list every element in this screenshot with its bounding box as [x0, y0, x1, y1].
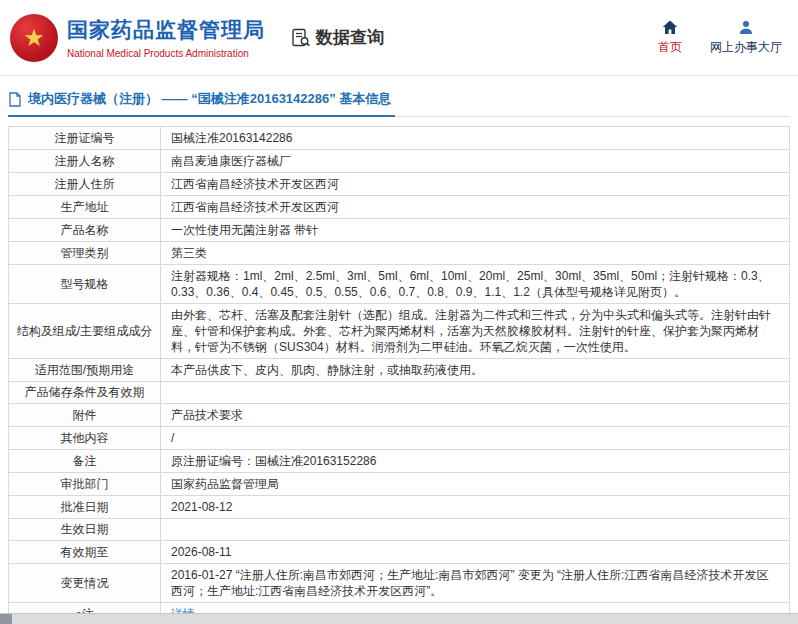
document-icon: [8, 92, 22, 107]
table-row: 注册人住所 江西省南昌经济技术开发区西河: [9, 173, 790, 196]
row-value: 国家药品监督管理局: [161, 473, 790, 496]
row-label: 注册人住所: [9, 173, 161, 196]
table-row: 管理类别 第三类: [9, 242, 790, 265]
row-value: 2026-08-11: [161, 541, 790, 564]
table-row: 有效期至 2026-08-11: [9, 541, 790, 564]
row-label: 适用范围/预期用途: [9, 359, 161, 382]
row-label: 产品名称: [9, 219, 161, 242]
data-query-title: 数据查询: [291, 26, 384, 49]
row-value: 本产品供皮下、皮内、肌肉、静脉注射，或抽取药液使用。: [161, 359, 790, 382]
row-value: 注射器规格：1ml、2ml、2.5ml、3ml、5ml、6ml、10ml、20m…: [161, 265, 790, 304]
table-row: 型号规格 注射器规格：1ml、2ml、2.5ml、3ml、5ml、6ml、10m…: [9, 265, 790, 304]
row-label: 生效日期: [9, 519, 161, 541]
row-label: 注册人名称: [9, 150, 161, 173]
table-row: 批准日期 2021-08-12: [9, 496, 790, 519]
org-name-cn: 国家药品监督管理局: [67, 16, 265, 44]
row-label: 型号规格: [9, 265, 161, 304]
table-row: 注册人名称 南昌麦迪康医疗器械厂: [9, 150, 790, 173]
horizontal-scrollbar[interactable]: [0, 613, 798, 624]
row-value: 由外套、芯杆、活塞及配套注射针（选配）组成。注射器为二件式和三件式，分为中头式和…: [161, 304, 790, 359]
row-label: 备注: [9, 450, 161, 473]
breadcrumb-text: 境内医疗器械（注册） —— “国械注准20163142286” 基本信息: [28, 90, 391, 108]
breadcrumb-bar: 境内医疗器械（注册） —— “国械注准20163142286” 基本信息: [8, 84, 790, 117]
table-row: 生产地址 江西省南昌经济技术开发区西河: [9, 196, 790, 219]
row-value: 江西省南昌经济技术开发区西河: [161, 196, 790, 219]
table-row: 产品名称 一次性使用无菌注射器 带针: [9, 219, 790, 242]
row-label: 有效期至: [9, 541, 161, 564]
row-label: 附件: [9, 404, 161, 427]
table-row: 结构及组成/主要组成成分 由外套、芯杆、活塞及配套注射针（选配）组成。注射器为二…: [9, 304, 790, 359]
table-row: 其他内容 /: [9, 427, 790, 450]
row-value: [161, 519, 790, 541]
home-icon: [662, 20, 678, 35]
row-label: 产品储存条件及有效期: [9, 382, 161, 404]
page-header: ★ 国家药品监督管理局 National Medical Products Ad…: [0, 0, 798, 76]
header-nav: 首页 网上办事大厅: [658, 20, 782, 56]
row-label: 变更情况: [9, 564, 161, 603]
nav-item-home[interactable]: 首页: [658, 20, 682, 56]
nav-item-service-hall[interactable]: 网上办事大厅: [710, 20, 782, 56]
row-value: 国械注准20163142286: [161, 127, 790, 150]
row-label: 其他内容: [9, 427, 161, 450]
table-row: 附件 产品技术要求: [9, 404, 790, 427]
row-value: 原注册证编号：国械注准20163152286: [161, 450, 790, 473]
row-value: 产品技术要求: [161, 404, 790, 427]
scrollbar-corner: [0, 614, 12, 624]
row-value: 南昌麦迪康医疗器械厂: [161, 150, 790, 173]
registration-detail-table: 注册证编号 国械注准20163142286 注册人名称 南昌麦迪康医疗器械厂 注…: [8, 126, 790, 624]
row-value: /: [161, 427, 790, 450]
table-row: 审批部门 国家药品监督管理局: [9, 473, 790, 496]
row-value: 2021-08-12: [161, 496, 790, 519]
row-label: 管理类别: [9, 242, 161, 265]
row-value: [161, 382, 790, 404]
data-query-label: 数据查询: [316, 26, 384, 49]
nmpa-emblem-logo: ★: [10, 14, 58, 62]
row-value: 江西省南昌经济技术开发区西河: [161, 173, 790, 196]
nav-service-hall-label: 网上办事大厅: [710, 39, 782, 56]
row-value: 第三类: [161, 242, 790, 265]
table-row: 生效日期: [9, 519, 790, 541]
table-row: 适用范围/预期用途 本产品供皮下、皮内、肌肉、静脉注射，或抽取药液使用。: [9, 359, 790, 382]
row-label: 注册证编号: [9, 127, 161, 150]
table-row: 备注 原注册证编号：国械注准20163152286: [9, 450, 790, 473]
table-row: 变更情况 2016-01-27 “注册人住所:南昌市郊西河；生产地址:南昌市郊西…: [9, 564, 790, 603]
row-label: 批准日期: [9, 496, 161, 519]
table-row: 产品储存条件及有效期: [9, 382, 790, 404]
breadcrumb: 境内医疗器械（注册） —— “国械注准20163142286” 基本信息: [8, 84, 395, 117]
org-name-en: National Medical Products Administration: [67, 48, 265, 59]
row-label: 审批部门: [9, 473, 161, 496]
user-icon: [738, 20, 754, 35]
org-title-block: 国家药品监督管理局 National Medical Products Admi…: [67, 16, 265, 59]
nav-home-label: 首页: [658, 39, 682, 56]
row-value: 2016-01-27 “注册人住所:南昌市郊西河；生产地址:南昌市郊西河” 变更…: [161, 564, 790, 603]
table-row: 注册证编号 国械注准20163142286: [9, 127, 790, 150]
data-query-icon: [291, 28, 311, 48]
row-label: 生产地址: [9, 196, 161, 219]
row-label: 结构及组成/主要组成成分: [9, 304, 161, 359]
row-value: 一次性使用无菌注射器 带针: [161, 219, 790, 242]
